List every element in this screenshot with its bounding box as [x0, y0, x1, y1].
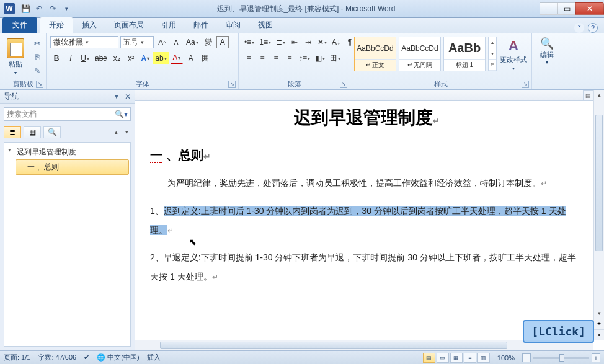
nav-item-root[interactable]: 迟到早退管理制度	[6, 145, 129, 159]
ruler-toggle-button[interactable]: ▤	[583, 90, 593, 101]
align-right-button[interactable]: ≡	[270, 52, 282, 64]
file-tab[interactable]: 文件	[2, 17, 37, 33]
main-area: 导航 ▼ ✕ 搜索文档 🔍▾ ≣ ▦ 🔍 ▴ ▾ 迟到早退管理制度 一 、总则 …	[0, 90, 604, 350]
review-tab[interactable]: 审阅	[217, 17, 249, 33]
references-tab[interactable]: 引用	[153, 17, 185, 33]
multilevel-button[interactable]: ≣	[274, 36, 287, 48]
char-shading-button[interactable]: A	[185, 52, 197, 64]
view-draft[interactable]: ▥	[477, 353, 490, 363]
increase-indent-button[interactable]: ⇥	[302, 36, 314, 48]
prev-page-icon[interactable]: ±	[594, 319, 604, 329]
paste-button[interactable]: 粘贴 ▾	[2, 37, 29, 78]
minimize-button[interactable]: —	[540, 2, 558, 15]
style-heading1[interactable]: AaBb 标题 1	[443, 37, 486, 71]
styles-scroll[interactable]: ▴▾⊟	[488, 37, 497, 71]
style-no-spacing[interactable]: AaBbCcDd ↵ 无间隔	[399, 37, 441, 71]
phonetic-guide-button[interactable]: 變	[202, 36, 215, 48]
insert-tab[interactable]: 插入	[73, 17, 105, 33]
align-left-button[interactable]: ≡	[242, 52, 255, 64]
font-family-combo[interactable]: 微软雅黑▾	[50, 36, 118, 48]
status-words[interactable]: 字数: 47/606	[38, 353, 76, 362]
bold-button[interactable]: B	[50, 52, 63, 64]
superscript-button[interactable]: x²	[125, 52, 137, 64]
borders-button[interactable]: 田	[328, 52, 342, 64]
paragraph-dialog-launcher[interactable]: ↘	[340, 81, 347, 88]
decrease-indent-button[interactable]: ⇤	[288, 36, 301, 48]
nav-tab-results[interactable]: 🔍	[43, 126, 61, 138]
close-nav-icon[interactable]: ✕	[125, 92, 131, 101]
minimize-ribbon-icon[interactable]: ˇ	[574, 23, 584, 33]
view-print-layout[interactable]: ▤	[423, 353, 435, 363]
justify-button[interactable]: ≡	[283, 52, 296, 64]
numbering-button[interactable]: 1≡	[257, 36, 273, 48]
enclose-char-button[interactable]: 囲	[199, 52, 211, 64]
align-center-button[interactable]: ≡	[256, 52, 269, 64]
zoom-out-button[interactable]: −	[522, 353, 531, 362]
nav-item-section1[interactable]: 一 、总则	[16, 159, 129, 175]
mailings-tab[interactable]: 邮件	[185, 17, 217, 33]
change-styles-icon: A	[509, 38, 518, 54]
view-fullscreen[interactable]: ▭	[437, 353, 449, 363]
status-page[interactable]: 页面: 1/1	[4, 353, 30, 362]
shrink-font-button[interactable]: A	[170, 36, 182, 48]
view-outline[interactable]: ≡	[464, 353, 476, 363]
line-spacing-button[interactable]: ↕≡	[297, 52, 312, 64]
ribbon-tabs: 文件 开始 插入 页面布局 引用 邮件 审阅 视图 ˇ ?	[0, 18, 604, 33]
nav-prev-icon[interactable]: ▴	[112, 129, 120, 135]
text-effects-button[interactable]: A	[139, 52, 151, 64]
navigation-tree: 迟到早退管理制度 一 、总则	[4, 142, 131, 347]
change-case-button[interactable]: Aa	[184, 36, 200, 48]
italic-button[interactable]: I	[64, 52, 77, 64]
subscript-button[interactable]: x₂	[110, 52, 123, 64]
maximize-button[interactable]: ▭	[557, 2, 576, 15]
change-styles-button[interactable]: A 更改样式 ▾	[499, 37, 528, 74]
document-page[interactable]: 迟到早退管理制度↵ 一 、总则↵ 为严明纪律，奖励先进，处罚落后，调动员工积极性…	[139, 101, 593, 340]
qat-customize-icon[interactable]: ▾	[61, 3, 72, 14]
view-tab[interactable]: 视图	[249, 17, 282, 33]
copy-icon[interactable]: ⎘	[31, 51, 43, 63]
title-bar: W 💾 ↶ ↷ ▾ 迟到、早退管理制度_最终 [兼容模式] - Microsof…	[0, 0, 604, 18]
nav-next-icon[interactable]: ▾	[123, 129, 131, 135]
undo-icon[interactable]: ↶	[33, 3, 45, 14]
font-color-button[interactable]: A	[171, 52, 183, 64]
next-page-icon[interactable]: ∘	[594, 329, 604, 340]
search-icon[interactable]: 🔍▾	[115, 110, 128, 118]
nav-tab-pages[interactable]: ▦	[24, 126, 41, 138]
navigation-search-input[interactable]: 搜索文档 🔍▾	[4, 107, 131, 121]
font-size-combo[interactable]: 五号▾	[120, 36, 154, 48]
font-dialog-launcher[interactable]: ↘	[228, 81, 236, 88]
zoom-level[interactable]: 100%	[497, 354, 515, 362]
styles-dialog-launcher[interactable]: ↘	[522, 81, 529, 88]
help-icon[interactable]: ?	[588, 23, 598, 33]
nav-tab-headings[interactable]: ≣	[4, 126, 21, 138]
redo-icon[interactable]: ↷	[47, 3, 58, 14]
underline-button[interactable]: U	[79, 52, 91, 64]
highlight-button[interactable]: ab	[153, 52, 168, 64]
sort-button[interactable]: A↓	[330, 36, 342, 48]
close-button[interactable]: ✕	[575, 2, 604, 15]
zoom-slider[interactable]: − +	[522, 353, 600, 362]
vertical-scrollbar[interactable]: ▴▾ ± ∘	[593, 90, 604, 340]
grow-font-button[interactable]: A^	[156, 36, 168, 48]
char-border-button[interactable]: A	[216, 36, 229, 48]
status-language[interactable]: 中文(中国)	[107, 353, 139, 361]
editing-button[interactable]: 🔍 编辑 ▾	[535, 37, 559, 65]
style-normal[interactable]: AaBbCcDd ↵ 正文	[354, 37, 396, 71]
view-buttons: ▤ ▭ ▦ ≡ ▥	[424, 353, 490, 363]
status-proofing-icon[interactable]: ✔	[84, 353, 89, 362]
layout-tab[interactable]: 页面布局	[105, 17, 153, 33]
save-icon[interactable]: 💾	[20, 3, 31, 14]
pin-icon[interactable]: ▼	[113, 93, 120, 100]
shading-button[interactable]: ◧	[313, 52, 327, 64]
home-tab[interactable]: 开始	[40, 17, 73, 33]
cut-icon[interactable]: ✂	[31, 38, 43, 49]
status-insert-mode[interactable]: 插入	[147, 353, 161, 362]
strikethrough-button[interactable]: abc	[93, 52, 109, 64]
format-painter-icon[interactable]: ✎	[31, 65, 43, 76]
view-web[interactable]: ▦	[450, 353, 463, 363]
ltr-rtl-button[interactable]: ✕	[316, 36, 329, 48]
clipboard-dialog-launcher[interactable]: ↘	[36, 81, 43, 88]
horizontal-ruler[interactable]	[135, 90, 604, 101]
bullets-button[interactable]: •≡	[242, 36, 256, 48]
zoom-in-button[interactable]: +	[592, 353, 600, 362]
